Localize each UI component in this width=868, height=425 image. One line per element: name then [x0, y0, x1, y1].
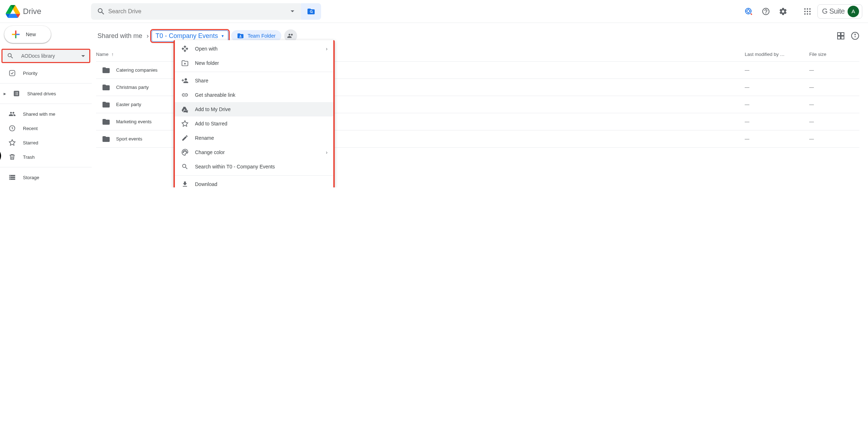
col-name-label: Name: [96, 52, 109, 57]
search-options-dropdown[interactable]: [285, 10, 300, 12]
share-icon: [181, 76, 189, 85]
menu-add-starred[interactable]: Add to Starred: [175, 116, 333, 131]
people-icon: [9, 110, 16, 118]
column-modified[interactable]: Last modified by …: [745, 52, 809, 57]
support-icon[interactable]: [741, 4, 756, 19]
avatar[interactable]: A: [848, 6, 859, 17]
chevron-right-icon: ›: [326, 46, 328, 52]
column-size[interactable]: File size: [809, 52, 859, 57]
svg-point-7: [804, 13, 806, 15]
breadcrumb-current-folder[interactable]: T0 - Company Events ▼: [152, 30, 228, 42]
aodocs-picker-label: AODocs library: [21, 53, 74, 59]
info-icon: [851, 32, 859, 40]
folder-icon: [102, 118, 110, 126]
dropdown-icon: [81, 55, 85, 57]
menu-change-color[interactable]: Change color ›: [175, 145, 333, 159]
menu-label: Get shareable link: [195, 92, 235, 98]
sidebar-item-trash[interactable]: Trash: [0, 150, 92, 164]
folder-icon: [102, 100, 110, 109]
menu-label: Download: [195, 181, 217, 187]
menu-label: Share: [195, 78, 208, 83]
svg-point-3: [809, 8, 811, 10]
svg-rect-14: [838, 36, 840, 39]
gsuite-label: G Suite: [822, 7, 845, 15]
svg-point-5: [807, 11, 808, 12]
svg-point-21: [185, 151, 186, 152]
breadcrumb-current-label: T0 - Company Events: [156, 32, 218, 40]
search-area: [91, 3, 321, 20]
gsuite-badge[interactable]: G Suite A: [817, 4, 862, 19]
sidebar-item-storage[interactable]: Storage: [0, 170, 92, 185]
folder-context-menu: Open with › New folder Share Get shareab…: [173, 40, 335, 187]
settings-icon[interactable]: [776, 4, 790, 19]
file-size: —: [809, 102, 859, 107]
drive-logo[interactable]: Drive: [6, 4, 41, 19]
menu-get-link[interactable]: Get shareable link: [175, 88, 333, 102]
trash-icon: [9, 153, 16, 161]
nav-group-3: Shared with me Recent Starred Trash: [0, 104, 92, 167]
grid-view-button[interactable]: [836, 32, 845, 40]
menu-label: Add to My Drive: [195, 106, 231, 112]
search-icon: [181, 162, 189, 171]
team-folder-icon: [237, 32, 244, 39]
new-folder-icon: [181, 59, 189, 67]
apps-grid-icon[interactable]: [800, 4, 815, 19]
annotation-callout: AODocs library picker: [0, 148, 1, 164]
dropdown-icon: ▼: [221, 34, 224, 38]
view-controls: [836, 32, 859, 40]
svg-point-20: [184, 151, 185, 152]
menu-new-folder[interactable]: New folder: [175, 56, 333, 70]
svg-point-8: [807, 13, 808, 15]
sidebar-item-starred[interactable]: Starred: [0, 135, 92, 150]
star-icon: [181, 119, 189, 128]
menu-add-my-drive[interactable]: Add to My Drive: [175, 102, 333, 116]
sidebar-item-shared-with-me[interactable]: Shared with me: [0, 107, 92, 121]
info-button[interactable]: [851, 32, 859, 40]
header-right: G Suite A: [741, 4, 862, 19]
svg-point-2: [807, 8, 808, 10]
menu-search-within[interactable]: Search within T0 - Company Events: [175, 159, 333, 174]
nav-label: Shared drives: [27, 91, 56, 96]
svg-rect-15: [841, 36, 844, 39]
search-input[interactable]: [108, 8, 285, 15]
search-icon[interactable]: [94, 4, 108, 19]
menu-share[interactable]: Share: [175, 73, 333, 88]
file-modified: —: [745, 102, 809, 107]
sidebar-item-shared-drives[interactable]: ▸ Shared drives: [0, 86, 92, 101]
shared-drives-icon: [13, 90, 20, 97]
nav-label: Storage: [23, 175, 39, 180]
nav-label: Recent: [23, 126, 38, 131]
open-with-icon: [181, 44, 189, 53]
folder-search-button[interactable]: [301, 3, 321, 20]
svg-rect-10: [10, 71, 15, 76]
nav-label: Shared with me: [23, 111, 55, 117]
product-name: Drive: [23, 7, 41, 16]
svg-point-6: [809, 11, 811, 12]
app-header: Drive G Suite A: [0, 0, 868, 23]
new-button[interactable]: New: [4, 26, 51, 43]
folder-icon: [102, 135, 110, 143]
search-box[interactable]: [91, 3, 302, 20]
svg-point-19: [183, 152, 184, 153]
link-icon: [181, 91, 189, 99]
sort-arrow-up-icon: ↑: [111, 52, 114, 57]
menu-open-with[interactable]: Open with ›: [175, 42, 333, 56]
file-modified: —: [745, 119, 809, 124]
menu-rename[interactable]: Rename: [175, 131, 333, 145]
plus-icon: [10, 29, 22, 40]
menu-download[interactable]: Download: [175, 177, 333, 187]
svg-point-4: [804, 11, 806, 12]
file-modified: —: [745, 85, 809, 90]
sidebar-item-priority[interactable]: Priority: [0, 66, 92, 80]
svg-point-1: [804, 8, 806, 10]
breadcrumb-root[interactable]: Shared with me: [96, 31, 144, 41]
file-size: —: [809, 136, 859, 142]
file-size: —: [809, 119, 859, 124]
palette-icon: [181, 148, 189, 157]
download-icon: [181, 180, 189, 187]
folder-icon: [102, 83, 110, 92]
svg-rect-12: [838, 33, 840, 35]
aodocs-library-picker[interactable]: AODocs library: [1, 49, 90, 63]
help-icon[interactable]: [759, 4, 773, 19]
sidebar-item-recent[interactable]: Recent: [0, 121, 92, 135]
